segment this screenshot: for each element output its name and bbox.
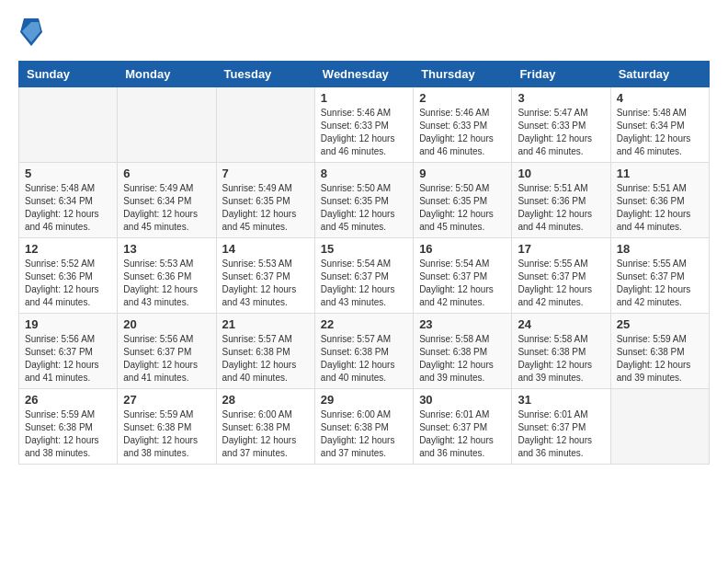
day-of-week-header: Wednesday	[314, 62, 413, 87]
day-number: 7	[222, 167, 309, 180]
day-number: 19	[25, 317, 111, 331]
day-number: 11	[617, 167, 703, 180]
day-number: 17	[518, 242, 604, 256]
day-number: 10	[518, 167, 604, 180]
calendar-cell: 4Sunrise: 5:48 AM Sunset: 6:34 PM Daylig…	[610, 87, 709, 163]
calendar-cell: 25Sunrise: 5:59 AM Sunset: 6:38 PM Dayli…	[610, 314, 709, 389]
day-info: Sunrise: 6:00 AM Sunset: 6:38 PM Dayligh…	[321, 408, 407, 460]
calendar-cell: 1Sunrise: 5:46 AM Sunset: 6:33 PM Daylig…	[314, 87, 413, 163]
calendar-cell: 15Sunrise: 5:54 AM Sunset: 6:37 PM Dayli…	[314, 238, 413, 314]
day-number: 23	[419, 317, 506, 331]
day-number: 25	[617, 317, 703, 331]
day-info: Sunrise: 5:53 AM Sunset: 6:36 PM Dayligh…	[123, 258, 210, 309]
day-number: 27	[123, 393, 210, 407]
day-number: 30	[419, 393, 506, 407]
logo-icon	[20, 18, 42, 46]
day-number: 1	[321, 91, 407, 105]
day-info: Sunrise: 5:59 AM Sunset: 6:38 PM Dayligh…	[123, 408, 210, 460]
day-info: Sunrise: 5:54 AM Sunset: 6:37 PM Dayligh…	[321, 258, 407, 309]
calendar-cell: 6Sunrise: 5:49 AM Sunset: 6:34 PM Daylig…	[118, 163, 216, 238]
day-number: 22	[321, 317, 407, 331]
calendar-week-row: 19Sunrise: 5:56 AM Sunset: 6:37 PM Dayli…	[19, 314, 710, 389]
day-info: Sunrise: 6:01 AM Sunset: 6:37 PM Dayligh…	[419, 408, 506, 460]
calendar-cell: 11Sunrise: 5:51 AM Sunset: 6:36 PM Dayli…	[610, 163, 709, 238]
calendar-cell	[610, 389, 709, 465]
day-number: 24	[518, 317, 604, 331]
day-number: 16	[419, 242, 506, 256]
calendar-cell: 24Sunrise: 5:58 AM Sunset: 6:38 PM Dayli…	[512, 314, 610, 389]
day-info: Sunrise: 5:51 AM Sunset: 6:36 PM Dayligh…	[518, 182, 604, 234]
day-number: 31	[518, 393, 604, 407]
day-number: 6	[123, 167, 210, 180]
day-info: Sunrise: 5:57 AM Sunset: 6:38 PM Dayligh…	[321, 333, 407, 385]
day-number: 14	[222, 242, 309, 256]
calendar-cell: 18Sunrise: 5:55 AM Sunset: 6:37 PM Dayli…	[610, 238, 709, 314]
day-number: 26	[25, 393, 111, 407]
calendar-week-row: 12Sunrise: 5:52 AM Sunset: 6:36 PM Dayli…	[19, 238, 710, 314]
calendar-cell: 2Sunrise: 5:46 AM Sunset: 6:33 PM Daylig…	[414, 87, 512, 163]
calendar-cell: 16Sunrise: 5:54 AM Sunset: 6:37 PM Dayli…	[414, 238, 512, 314]
day-info: Sunrise: 5:55 AM Sunset: 6:37 PM Dayligh…	[617, 258, 703, 309]
day-info: Sunrise: 5:58 AM Sunset: 6:38 PM Dayligh…	[518, 333, 604, 385]
day-number: 3	[518, 91, 604, 105]
day-info: Sunrise: 5:49 AM Sunset: 6:34 PM Dayligh…	[123, 182, 210, 234]
calendar-cell	[19, 87, 118, 163]
day-number: 20	[123, 317, 210, 331]
calendar-week-row: 1Sunrise: 5:46 AM Sunset: 6:33 PM Daylig…	[19, 87, 710, 163]
day-number: 4	[617, 91, 703, 105]
calendar-cell: 26Sunrise: 5:59 AM Sunset: 6:38 PM Dayli…	[19, 389, 118, 465]
day-info: Sunrise: 5:53 AM Sunset: 6:37 PM Dayligh…	[222, 258, 309, 309]
page-header	[18, 18, 710, 46]
day-info: Sunrise: 6:00 AM Sunset: 6:38 PM Dayligh…	[222, 408, 309, 460]
calendar-cell	[118, 87, 216, 163]
calendar-cell: 17Sunrise: 5:55 AM Sunset: 6:37 PM Dayli…	[512, 238, 610, 314]
calendar-cell: 14Sunrise: 5:53 AM Sunset: 6:37 PM Dayli…	[216, 238, 314, 314]
calendar-cell: 23Sunrise: 5:58 AM Sunset: 6:38 PM Dayli…	[414, 314, 512, 389]
calendar-cell: 3Sunrise: 5:47 AM Sunset: 6:33 PM Daylig…	[512, 87, 610, 163]
day-number: 12	[25, 242, 111, 256]
day-of-week-header: Tuesday	[216, 62, 314, 87]
day-of-week-header: Sunday	[19, 62, 118, 87]
day-info: Sunrise: 5:50 AM Sunset: 6:35 PM Dayligh…	[321, 182, 407, 234]
day-info: Sunrise: 5:46 AM Sunset: 6:33 PM Dayligh…	[321, 107, 407, 158]
calendar-cell: 7Sunrise: 5:49 AM Sunset: 6:35 PM Daylig…	[216, 163, 314, 238]
day-info: Sunrise: 5:56 AM Sunset: 6:37 PM Dayligh…	[25, 333, 111, 385]
day-info: Sunrise: 5:54 AM Sunset: 6:37 PM Dayligh…	[419, 258, 506, 309]
day-number: 5	[25, 167, 111, 180]
day-info: Sunrise: 5:47 AM Sunset: 6:33 PM Dayligh…	[518, 107, 604, 158]
calendar-cell: 13Sunrise: 5:53 AM Sunset: 6:36 PM Dayli…	[118, 238, 216, 314]
calendar-cell: 31Sunrise: 6:01 AM Sunset: 6:37 PM Dayli…	[512, 389, 610, 465]
day-info: Sunrise: 5:55 AM Sunset: 6:37 PM Dayligh…	[518, 258, 604, 309]
day-info: Sunrise: 5:59 AM Sunset: 6:38 PM Dayligh…	[617, 333, 703, 385]
day-number: 13	[123, 242, 210, 256]
day-of-week-header: Monday	[118, 62, 216, 87]
day-number: 18	[617, 242, 703, 256]
day-info: Sunrise: 5:50 AM Sunset: 6:35 PM Dayligh…	[419, 182, 506, 234]
calendar-cell: 19Sunrise: 5:56 AM Sunset: 6:37 PM Dayli…	[19, 314, 118, 389]
calendar-cell: 27Sunrise: 5:59 AM Sunset: 6:38 PM Dayli…	[118, 389, 216, 465]
calendar-cell: 12Sunrise: 5:52 AM Sunset: 6:36 PM Dayli…	[19, 238, 118, 314]
day-info: Sunrise: 5:48 AM Sunset: 6:34 PM Dayligh…	[617, 107, 703, 158]
day-info: Sunrise: 5:58 AM Sunset: 6:38 PM Dayligh…	[419, 333, 506, 385]
day-info: Sunrise: 5:51 AM Sunset: 6:36 PM Dayligh…	[617, 182, 703, 234]
calendar-cell: 8Sunrise: 5:50 AM Sunset: 6:35 PM Daylig…	[314, 163, 413, 238]
day-of-week-header: Friday	[512, 62, 610, 87]
day-number: 15	[321, 242, 407, 256]
calendar-cell: 9Sunrise: 5:50 AM Sunset: 6:35 PM Daylig…	[414, 163, 512, 238]
calendar-cell: 22Sunrise: 5:57 AM Sunset: 6:38 PM Dayli…	[314, 314, 413, 389]
day-number: 21	[222, 317, 309, 331]
calendar-table: SundayMondayTuesdayWednesdayThursdayFrid…	[18, 61, 710, 465]
day-info: Sunrise: 5:56 AM Sunset: 6:37 PM Dayligh…	[123, 333, 210, 385]
calendar-cell: 30Sunrise: 6:01 AM Sunset: 6:37 PM Dayli…	[414, 389, 512, 465]
day-info: Sunrise: 5:59 AM Sunset: 6:38 PM Dayligh…	[25, 408, 111, 460]
calendar-week-row: 5Sunrise: 5:48 AM Sunset: 6:34 PM Daylig…	[19, 163, 710, 238]
calendar-cell	[216, 87, 314, 163]
day-number: 29	[321, 393, 407, 407]
day-number: 2	[419, 91, 506, 105]
calendar-cell: 29Sunrise: 6:00 AM Sunset: 6:38 PM Dayli…	[314, 389, 413, 465]
calendar-cell: 10Sunrise: 5:51 AM Sunset: 6:36 PM Dayli…	[512, 163, 610, 238]
calendar-cell: 28Sunrise: 6:00 AM Sunset: 6:38 PM Dayli…	[216, 389, 314, 465]
day-number: 28	[222, 393, 309, 407]
day-info: Sunrise: 5:57 AM Sunset: 6:38 PM Dayligh…	[222, 333, 309, 385]
day-number: 9	[419, 167, 506, 180]
